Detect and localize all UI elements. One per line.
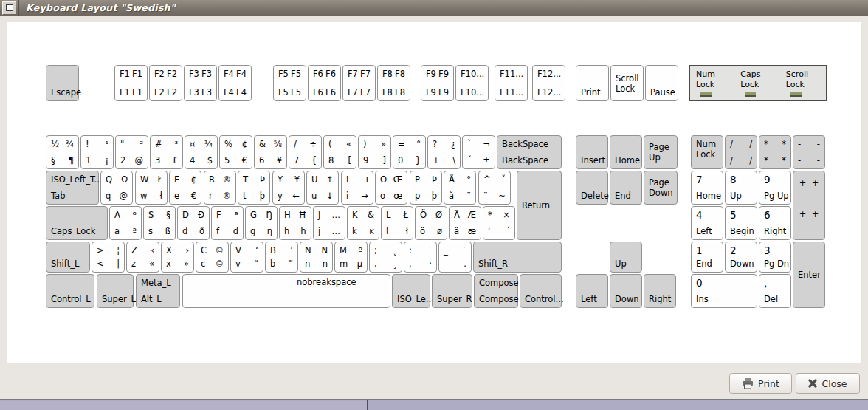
- key-8[interactable]: («8[: [323, 135, 356, 169]
- key-w[interactable]: WŁwł: [135, 171, 168, 205]
- key-numlock[interactable]: Num Lock: [691, 135, 723, 169]
- key-kp0[interactable]: 0Ins: [691, 274, 757, 308]
- key-left[interactable]: Left: [576, 274, 608, 308]
- key-super-l[interactable]: Super_L: [97, 274, 134, 308]
- key-kp7[interactable]: 7Home: [691, 171, 723, 205]
- key-comma[interactable]: ;˛,¸: [369, 242, 402, 273]
- key-kp5[interactable]: 5Begin: [725, 206, 757, 240]
- key-f7[interactable]: F7F7F7F7: [342, 65, 376, 101]
- close-button[interactable]: Close: [796, 373, 860, 394]
- key-b[interactable]: B’b”: [265, 242, 298, 273]
- key-less[interactable]: >¦<|: [92, 242, 125, 273]
- key-space[interactable]: nobreakspace: [182, 274, 390, 308]
- key-acute[interactable]: `¬´±: [462, 135, 495, 169]
- key-scroll-lock[interactable]: Scroll Lock: [610, 65, 644, 101]
- key-u[interactable]: U↑u↓: [306, 171, 339, 205]
- key-print-screen[interactable]: Print: [576, 65, 609, 101]
- key-minus[interactable]: _˙-.: [438, 242, 472, 273]
- key-kp6[interactable]: 6Right: [759, 206, 791, 240]
- key-1[interactable]: !¹1¡: [80, 135, 114, 169]
- key-e[interactable]: E¢e€: [169, 171, 202, 205]
- key-tab[interactable]: ISO_Left_T...Tab: [46, 171, 99, 205]
- key-control-l[interactable]: Control_L: [46, 274, 94, 308]
- key-3[interactable]: #³3£: [150, 135, 183, 169]
- key-pagedown[interactable]: Page Down: [644, 171, 678, 205]
- key-p[interactable]: PÞpþ: [410, 171, 442, 205]
- key-circumflex[interactable]: ^ˇ¨~: [478, 171, 511, 205]
- key-m[interactable]: Mºmµ: [334, 242, 368, 273]
- key-kp4[interactable]: 4Left: [691, 206, 723, 240]
- key-kp3[interactable]: 3Pg Dn: [759, 242, 791, 273]
- key-g[interactable]: GŊgŋ: [245, 206, 278, 240]
- key-k[interactable]: K&kĸ: [347, 206, 379, 240]
- key-super-r[interactable]: Super_R: [432, 274, 472, 308]
- key-iso-level3-shift[interactable]: ISO_Le...: [392, 274, 430, 308]
- key-backspace[interactable]: BackSpaceBackSpace: [497, 135, 562, 169]
- key-y[interactable]: Y¥y←: [272, 171, 305, 205]
- key-6[interactable]: &⅝6¥: [254, 135, 287, 169]
- key-i[interactable]: Iıi→: [341, 171, 373, 205]
- key-f3[interactable]: F3F3F3F3: [184, 65, 217, 101]
- key-right[interactable]: Right: [644, 274, 676, 308]
- key-d[interactable]: DÐdð: [177, 206, 210, 240]
- key-c[interactable]: C©c©: [196, 242, 229, 273]
- key-x[interactable]: X›x»: [161, 242, 194, 273]
- key-5[interactable]: %¢5€: [219, 135, 252, 169]
- key-insert[interactable]: Insert: [576, 135, 608, 169]
- key-o[interactable]: OŒoœ: [375, 171, 407, 205]
- key-kp-add[interactable]: + ++ +: [793, 171, 825, 240]
- key-f1[interactable]: F1F1F1F1: [114, 65, 148, 101]
- key-down[interactable]: Down: [610, 274, 642, 308]
- key-l[interactable]: LŁlł: [381, 206, 413, 240]
- key-pause[interactable]: Pause: [645, 65, 678, 101]
- key-end[interactable]: End: [610, 171, 642, 205]
- key-f12[interactable]: F12...F12...: [532, 65, 565, 101]
- key-kp-enter[interactable]: Enter: [793, 242, 825, 308]
- key-q[interactable]: QΩq@: [100, 171, 133, 205]
- key-kp9[interactable]: 9Pg Up: [759, 171, 791, 205]
- key-kp-multiply[interactable]: ****: [759, 135, 791, 169]
- key-control-r[interactable]: Control...: [520, 274, 562, 308]
- key-kp1[interactable]: 1End: [691, 242, 723, 273]
- key-f4[interactable]: F4F4F4F4: [218, 65, 252, 101]
- key-odiaeresis[interactable]: ÖØöø: [415, 206, 447, 240]
- key-home[interactable]: Home: [610, 135, 642, 169]
- key-delete[interactable]: Delete: [576, 171, 608, 205]
- key-alt-l[interactable]: Meta_LAlt_L: [136, 274, 180, 308]
- key-apostrophe[interactable]: *×'´: [483, 206, 515, 240]
- key-escape[interactable]: Escape: [46, 65, 79, 101]
- key-f6[interactable]: F6F6F6F6: [308, 65, 341, 101]
- key-f11[interactable]: F11...F11...: [495, 65, 528, 101]
- key-z[interactable]: Z‹z«: [126, 242, 159, 273]
- key-f10[interactable]: F10...F10...: [455, 65, 489, 101]
- key-j[interactable]: J…j…: [313, 206, 345, 240]
- key-adiaeresis[interactable]: ÄÆäæ: [449, 206, 481, 240]
- key-f8[interactable]: F8F8F8F8: [377, 65, 410, 101]
- key-f9[interactable]: F9F9F9F9: [421, 65, 454, 101]
- key-r[interactable]: R®r®: [204, 171, 236, 205]
- key-0[interactable]: =°0}: [393, 135, 426, 169]
- key-kp-subtract[interactable]: ----: [793, 135, 825, 169]
- key-compose[interactable]: ComposeCompose: [474, 274, 518, 308]
- key-n[interactable]: NNnn: [300, 242, 333, 273]
- key-capslock[interactable]: Caps_Lock: [46, 206, 108, 240]
- key-kp8[interactable]: 8Up: [725, 171, 757, 205]
- key-section[interactable]: ½¾§¶: [46, 135, 79, 169]
- key-v[interactable]: V‘v“: [230, 242, 264, 273]
- key-7[interactable]: /÷7{: [289, 135, 322, 169]
- key-up[interactable]: Up: [610, 242, 642, 273]
- key-2[interactable]: "²2@: [115, 135, 148, 169]
- key-aring[interactable]: Å°å¨: [444, 171, 476, 205]
- key-kp-divide[interactable]: ////: [725, 135, 757, 169]
- print-button[interactable]: Print: [729, 373, 792, 394]
- key-s[interactable]: S§sß: [143, 206, 176, 240]
- key-kp2[interactable]: 2Down: [725, 242, 757, 273]
- key-shift-r[interactable]: Shift_R: [473, 242, 562, 273]
- key-h[interactable]: HĦhħ: [279, 206, 311, 240]
- key-return[interactable]: Return: [517, 171, 562, 240]
- key-t[interactable]: TÞtþ: [238, 171, 270, 205]
- key-f5[interactable]: F5F5F5F5: [273, 65, 306, 101]
- key-shift-l[interactable]: Shift_L: [46, 242, 90, 273]
- key-f2[interactable]: F2F2F2F2: [149, 65, 182, 101]
- key-pageup[interactable]: Page Up: [644, 135, 678, 169]
